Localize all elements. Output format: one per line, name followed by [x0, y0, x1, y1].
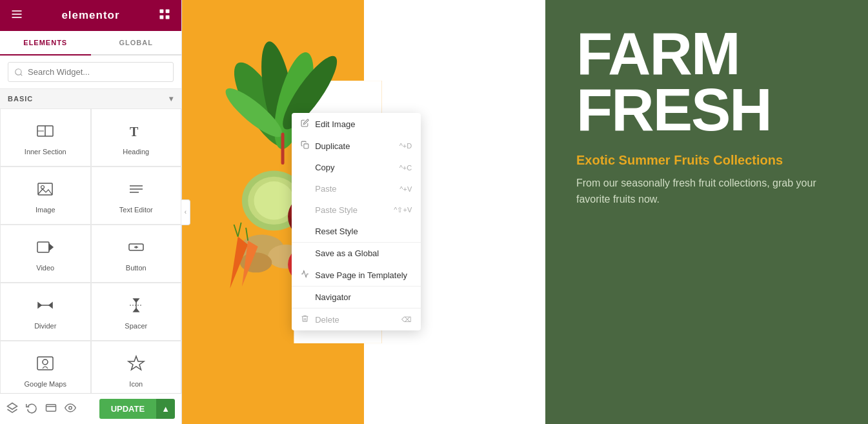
widget-divider-label: Divider — [34, 322, 56, 330]
svg-rect-28 — [37, 357, 53, 370]
hamburger-icon[interactable] — [10, 8, 23, 24]
update-button[interactable]: UPDATE — [99, 399, 156, 419]
widget-grid: Inner Section T Heading Image Text Edito… — [0, 108, 181, 393]
widget-text-editor-label: Text Editor — [119, 206, 153, 214]
tool-icons — [6, 402, 76, 416]
svg-rect-67 — [304, 144, 308, 148]
widget-inner-section[interactable]: Inner Section — [0, 108, 91, 167]
edit-image-label: Edit Image — [315, 119, 355, 129]
duplicate-icon — [301, 141, 310, 151]
context-menu-duplicate[interactable]: Duplicate ^+D — [292, 135, 421, 157]
left-panel: elementor ELEMENTS GLOBAL BASIC ▾ Inner … — [0, 0, 182, 424]
context-menu-save-templately[interactable]: Save Page in Templately — [292, 264, 421, 286]
widget-button-label: Button — [126, 264, 146, 272]
widget-inner-section-label: Inner Section — [25, 148, 66, 156]
svg-point-12 — [41, 186, 45, 189]
tab-global[interactable]: GLOBAL — [91, 31, 182, 54]
context-menu-paste-style: Paste Style ^⇧+V — [292, 199, 421, 221]
paste-style-label: Paste Style — [315, 205, 358, 215]
svg-rect-4 — [166, 9, 170, 13]
duplicate-label: Duplicate — [315, 141, 350, 151]
svg-point-29 — [43, 359, 48, 365]
spacer-icon — [127, 296, 145, 317]
widget-video[interactable]: Video — [0, 225, 91, 283]
title-line1: FARM — [576, 26, 837, 82]
reset-style-label: Reset Style — [315, 227, 358, 236]
delete-icon — [301, 314, 310, 325]
subtitle: Exotic Summer Fruits Collections — [576, 152, 837, 168]
elementor-logo: elementor — [61, 9, 119, 22]
context-menu-save-global[interactable]: Save as a Global — [292, 242, 421, 264]
update-dropdown-button[interactable]: ▲ — [156, 399, 175, 419]
copy-shortcut: ^+C — [399, 164, 412, 172]
widget-divider[interactable]: Divider — [0, 283, 91, 341]
update-button-group: UPDATE ▲ — [99, 399, 175, 419]
widget-spacer[interactable]: Spacer — [91, 283, 182, 341]
widget-icon-label: Icon — [129, 380, 143, 388]
widget-icon[interactable]: Icon — [91, 341, 182, 393]
bottom-toolbar: UPDATE ▲ — [0, 393, 181, 424]
button-icon — [127, 238, 145, 259]
context-menu-edit-image[interactable]: Edit Image — [292, 113, 421, 135]
save-templately-icon — [301, 270, 310, 280]
svg-marker-23 — [49, 303, 52, 308]
farm-fresh-title: FARM FRESH — [576, 26, 837, 139]
svg-marker-25 — [134, 299, 139, 302]
widget-image[interactable]: Image — [0, 167, 91, 225]
inner-section-icon — [36, 122, 54, 143]
tab-elements[interactable]: ELEMENTS — [0, 31, 91, 56]
context-menu-navigator[interactable]: Navigator — [292, 286, 421, 308]
search-input[interactable] — [8, 62, 174, 82]
description: From our seasonally fresh fruit collecti… — [576, 175, 837, 208]
title-line2: FRESH — [576, 82, 837, 138]
duplicate-shortcut: ^+D — [399, 142, 412, 150]
main-canvas: Edit Image Duplicate ^+D Copy ^+C Paste — [182, 0, 545, 424]
widget-heading[interactable]: T Heading — [91, 108, 182, 167]
heading-icon: T — [127, 122, 145, 143]
widget-heading-label: Heading — [123, 148, 149, 156]
edit-image-icon — [301, 119, 310, 129]
top-bar: elementor — [0, 0, 181, 31]
svg-rect-3 — [160, 9, 164, 13]
chevron-icon[interactable]: ▾ — [169, 94, 174, 103]
image-icon — [36, 180, 54, 201]
context-menu-copy[interactable]: Copy ^+C — [292, 157, 421, 178]
svg-rect-16 — [37, 242, 49, 252]
paste-label: Paste — [315, 184, 336, 194]
context-menu: Edit Image Duplicate ^+D Copy ^+C Paste — [292, 113, 421, 330]
copy-label: Copy — [315, 163, 334, 172]
video-icon — [36, 238, 54, 259]
widget-button[interactable]: Button — [91, 225, 182, 283]
svg-rect-11 — [38, 183, 52, 195]
svg-marker-30 — [128, 356, 144, 370]
svg-rect-6 — [166, 15, 170, 19]
search-box — [0, 56, 181, 89]
basic-label: BASIC — [8, 95, 33, 103]
right-panel: FARM FRESH Exotic Summer Fruits Collecti… — [545, 0, 868, 424]
svg-rect-32 — [46, 404, 56, 411]
collapse-panel-handle[interactable]: ‹ — [181, 199, 190, 225]
layers-icon[interactable] — [6, 402, 18, 416]
basic-section-label: BASIC ▾ — [0, 89, 181, 108]
save-global-label: Save as a Global — [315, 248, 379, 258]
svg-marker-26 — [134, 308, 139, 312]
svg-marker-22 — [38, 303, 41, 308]
save-templately-label: Save Page in Templately — [315, 270, 407, 280]
context-menu-delete[interactable]: Delete ⌫ — [292, 308, 421, 330]
paste-style-shortcut: ^⇧+V — [394, 206, 412, 214]
paste-shortcut: ^+V — [399, 185, 412, 193]
widget-google-maps[interactable]: Google Maps — [0, 341, 91, 393]
svg-point-34 — [69, 406, 72, 409]
eye-icon[interactable] — [65, 402, 76, 416]
widget-text-editor[interactable]: Text Editor — [91, 167, 182, 225]
widget-image-label: Image — [35, 206, 56, 214]
widget-google-maps-label: Google Maps — [25, 380, 66, 388]
svg-marker-31 — [8, 403, 17, 409]
responsive-icon[interactable] — [45, 402, 57, 416]
google-maps-icon — [36, 354, 54, 375]
grid-icon[interactable] — [158, 8, 171, 24]
context-menu-reset-style[interactable]: Reset Style — [292, 221, 421, 242]
svg-point-45 — [254, 181, 294, 219]
svg-text:T: T — [130, 125, 139, 139]
history-icon[interactable] — [26, 402, 37, 416]
